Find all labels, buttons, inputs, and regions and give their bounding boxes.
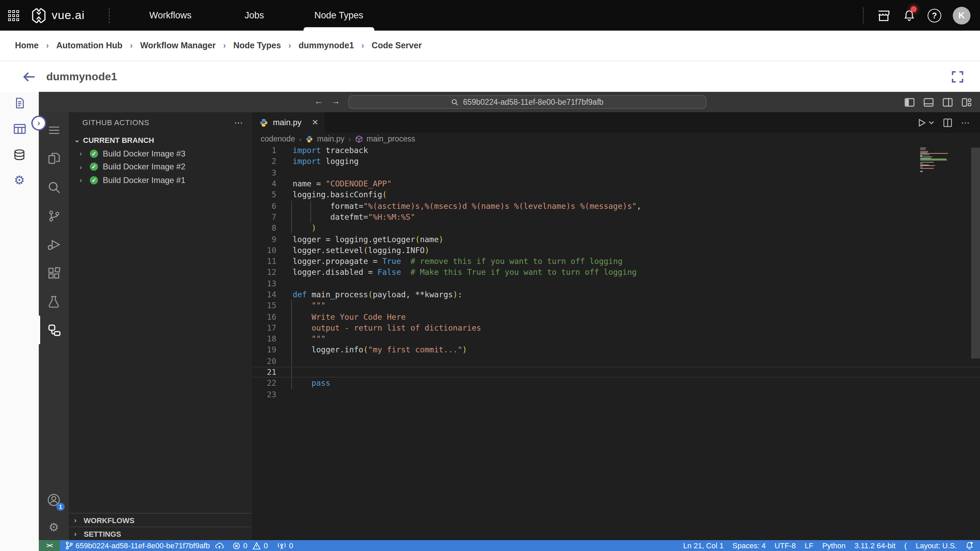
code-line[interactable]: 23 bbox=[252, 389, 980, 400]
more-actions-icon[interactable]: ⋯ bbox=[961, 118, 970, 127]
user-avatar[interactable]: K bbox=[953, 6, 970, 24]
extensions-icon[interactable] bbox=[39, 259, 69, 287]
run-python-file-button[interactable] bbox=[917, 118, 934, 127]
section-settings[interactable]: › SETTINGS bbox=[69, 527, 252, 540]
code-line[interactable]: 20 bbox=[252, 356, 980, 367]
workflow-run-row[interactable]: › ✓ Build Docker Image #2 bbox=[69, 160, 252, 173]
settings-gear-icon[interactable]: ⚙ bbox=[14, 175, 25, 186]
chevron-right-icon[interactable]: › bbox=[80, 163, 85, 171]
code-line[interactable]: 1import traceback bbox=[252, 145, 980, 156]
nav-tab-workflows[interactable]: Workflows bbox=[133, 0, 208, 30]
keyboard-layout-item[interactable]: Layout: U.S. bbox=[916, 541, 957, 549]
search-sidebar-icon[interactable] bbox=[39, 173, 69, 202]
code-line[interactable]: 19 logger.info("my first commit...") bbox=[252, 345, 980, 356]
workflow-run-row[interactable]: › ✓ Build Docker Image #1 bbox=[69, 173, 252, 187]
panel-more-actions-icon[interactable]: ⋯ bbox=[234, 118, 243, 127]
crumb-main-py[interactable]: main.py bbox=[317, 135, 345, 143]
status-bar: >< 659b0224-ad58-11ef-8e00-be71f7bf9afb … bbox=[0, 540, 980, 551]
code-line[interactable]: 16 Write Your Code Here bbox=[252, 311, 980, 322]
chevron-right-icon: › bbox=[74, 516, 80, 524]
chevron-right-icon[interactable]: › bbox=[80, 176, 85, 184]
toggle-sidebar-icon[interactable] bbox=[904, 98, 915, 106]
fullscreen-icon[interactable] bbox=[950, 69, 965, 84]
github-actions-icon[interactable] bbox=[39, 316, 69, 344]
breadcrumb-automation-hub[interactable]: Automation Hub bbox=[56, 41, 122, 50]
code-line[interactable]: 3 bbox=[252, 167, 980, 178]
indentation-item[interactable]: Spaces: 4 bbox=[733, 541, 766, 549]
code-editor[interactable]: 1import traceback2import logging34name =… bbox=[252, 145, 980, 540]
code-line[interactable]: 15 """ bbox=[252, 300, 980, 311]
remote-indicator[interactable]: >< bbox=[39, 540, 60, 551]
history-forward-icon[interactable]: → bbox=[331, 96, 340, 106]
code-line[interactable]: 21 bbox=[252, 367, 980, 378]
code-line[interactable]: 7 datefmt="%H:%M:%S" bbox=[252, 211, 980, 223]
notifications-bell-icon[interactable] bbox=[902, 8, 916, 22]
code-line[interactable]: 8 ) bbox=[252, 222, 980, 233]
minimap[interactable] bbox=[920, 148, 968, 173]
code-line[interactable]: 18 """ bbox=[252, 333, 980, 345]
run-debug-icon[interactable] bbox=[39, 230, 69, 259]
vueai-logo-icon bbox=[31, 7, 46, 24]
breadcrumb-separator: › bbox=[130, 41, 133, 50]
crumb-codenode[interactable]: codenode bbox=[261, 135, 295, 143]
workflow-run-row[interactable]: › ✓ Build Docker Image #3 bbox=[69, 147, 252, 160]
github-actions-panel: GITHUB ACTIONS ⋯ ⌄ CURRENT BRANCH › ✓ Bu… bbox=[69, 112, 252, 540]
section-workflows[interactable]: › WORKFLOWS bbox=[69, 513, 252, 527]
accounts-icon[interactable]: 1 bbox=[39, 486, 69, 514]
code-line[interactable]: 11logger.propagate = True # remove this … bbox=[252, 256, 980, 267]
section-current-branch[interactable]: ⌄ CURRENT BRANCH bbox=[69, 133, 252, 147]
breadcrumb-code-server[interactable]: Code Server bbox=[372, 41, 422, 50]
code-line[interactable]: 13 bbox=[252, 278, 980, 289]
problems-status-item[interactable]: 0 0 bbox=[233, 541, 268, 549]
explorer-icon[interactable] bbox=[39, 144, 69, 173]
code-line[interactable]: 17 output - return list of dictionaries bbox=[252, 322, 980, 333]
tab-main-py[interactable]: main.py ✕ bbox=[252, 112, 325, 133]
code-line[interactable]: 2import logging bbox=[252, 156, 980, 167]
app-grid-icon[interactable] bbox=[8, 10, 19, 21]
chevron-right-icon[interactable]: › bbox=[80, 150, 85, 157]
code-line[interactable]: 10logger.setLevel(logging.INFO) bbox=[252, 245, 980, 256]
code-line[interactable]: 6 format="%(asctime)s,%(msecs)d %(name)s… bbox=[252, 200, 980, 211]
code-line[interactable]: 4name = "CODENODE_APP" bbox=[252, 178, 980, 189]
code-line[interactable]: 14def main_process(payload, **kwargs): bbox=[252, 289, 980, 300]
encoding-item[interactable]: UTF-8 bbox=[775, 541, 795, 549]
breadcrumb-workflow-manager[interactable]: Workflow Manager bbox=[140, 41, 216, 50]
help-icon[interactable]: ? bbox=[928, 8, 941, 22]
breadcrumb-home[interactable]: Home bbox=[15, 41, 38, 50]
sidebar-expand-toggle[interactable]: › bbox=[31, 116, 46, 130]
code-line[interactable]: 12logger.disabled = False # Make this Tr… bbox=[252, 267, 980, 278]
branch-status-item[interactable]: 659b0224-ad58-11ef-8e00-be71f7bf9afb bbox=[65, 541, 224, 549]
source-control-icon[interactable] bbox=[39, 202, 69, 230]
customize-layout-icon[interactable] bbox=[962, 98, 972, 106]
history-back-icon[interactable]: ← bbox=[314, 96, 323, 106]
editor-scrollbar[interactable] bbox=[971, 148, 980, 359]
code-line[interactable]: 5logging.basicConfig( bbox=[252, 189, 980, 200]
database-icon[interactable] bbox=[14, 149, 25, 160]
table-icon[interactable] bbox=[13, 123, 25, 135]
breadcrumb-node-types[interactable]: Node Types bbox=[234, 41, 281, 50]
notifications-bell-icon[interactable] bbox=[966, 541, 973, 549]
breadcrumb-dummynode1[interactable]: dummynode1 bbox=[299, 41, 354, 50]
marketplace-icon[interactable] bbox=[877, 8, 891, 22]
split-editor-icon[interactable] bbox=[943, 118, 952, 127]
cursor-position-item[interactable]: Ln 21, Col 1 bbox=[683, 541, 724, 549]
crumb-main-process[interactable]: main_process bbox=[366, 135, 415, 143]
tab-close-icon[interactable]: ✕ bbox=[312, 118, 318, 127]
language-mode-item[interactable]: Python bbox=[822, 541, 846, 549]
manage-gear-icon[interactable]: ⚙ bbox=[39, 514, 69, 540]
ports-status-item[interactable]: 0 bbox=[277, 541, 293, 549]
toggle-secondary-sidebar-icon[interactable] bbox=[943, 98, 953, 106]
code-line[interactable]: 9logger = logging.getLogger(name) bbox=[252, 233, 980, 245]
back-arrow-icon[interactable] bbox=[22, 71, 35, 82]
command-center[interactable]: 659b0224-ad58-11ef-8e00-be71f7bf9afb bbox=[348, 95, 706, 109]
eol-item[interactable]: LF bbox=[805, 541, 814, 549]
document-icon[interactable] bbox=[14, 97, 25, 109]
testing-beaker-icon[interactable] bbox=[39, 287, 69, 316]
python-interpreter-item[interactable]: 3.11.2 64-bit bbox=[854, 541, 896, 549]
line-number: 21 bbox=[252, 367, 276, 377]
brand[interactable]: vue.ai bbox=[31, 7, 85, 24]
code-line[interactable]: 22 pass bbox=[252, 378, 980, 389]
nav-tab-node-types[interactable]: Node Types bbox=[298, 0, 380, 30]
toggle-panel-icon[interactable] bbox=[924, 98, 934, 106]
nav-tab-jobs[interactable]: Jobs bbox=[228, 0, 280, 30]
